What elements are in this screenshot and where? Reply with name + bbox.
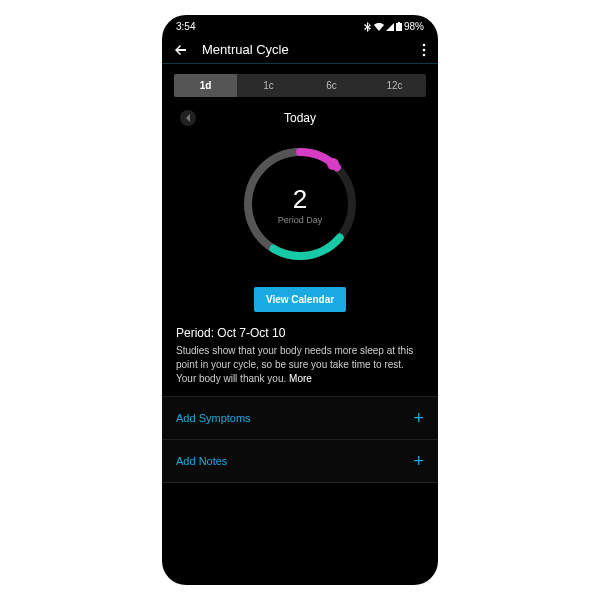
cycle-ring: 2 Period Day — [162, 139, 438, 269]
period-range: Period: Oct 7-Oct 10 — [176, 326, 424, 340]
tab-1c[interactable]: 1c — [237, 74, 300, 97]
status-bar: 3:54 98% — [162, 15, 438, 34]
plus-icon: + — [413, 409, 424, 427]
battery-icon — [396, 22, 402, 31]
ring-center: 2 Period Day — [235, 139, 365, 269]
signal-icon — [386, 23, 394, 31]
add-notes-label: Add Notes — [176, 455, 227, 467]
period-day-number: 2 — [293, 184, 307, 215]
svg-point-4 — [423, 53, 426, 56]
period-description: Studies show that your body needs more s… — [176, 344, 424, 386]
phone-frame: 3:54 98% Mentrual Cycle 1d 1c — [162, 15, 438, 585]
svg-point-3 — [423, 48, 426, 51]
period-day-label: Period Day — [278, 215, 323, 225]
app-bar: Mentrual Cycle — [162, 34, 438, 64]
svg-point-2 — [423, 43, 426, 46]
range-tabs: 1d 1c 6c 12c — [174, 74, 426, 97]
battery-percent: 98% — [404, 21, 424, 32]
status-time: 3:54 — [176, 21, 195, 32]
view-calendar-button[interactable]: View Calendar — [254, 287, 346, 312]
svg-rect-0 — [396, 23, 402, 31]
wifi-icon — [374, 23, 384, 31]
tab-1d[interactable]: 1d — [174, 74, 237, 97]
day-row: Today — [162, 111, 438, 125]
more-link[interactable]: More — [289, 373, 312, 384]
more-icon[interactable] — [422, 43, 426, 57]
add-notes-row[interactable]: Add Notes + — [162, 440, 438, 483]
back-icon[interactable] — [174, 43, 188, 57]
plus-icon: + — [413, 452, 424, 470]
add-symptoms-row[interactable]: Add Symptoms + — [162, 396, 438, 440]
prev-day-button[interactable] — [180, 110, 196, 126]
day-label: Today — [284, 111, 316, 125]
tab-12c[interactable]: 12c — [363, 74, 426, 97]
period-info: Period: Oct 7-Oct 10 Studies show that y… — [162, 312, 438, 396]
page-title: Mentrual Cycle — [202, 42, 422, 57]
svg-rect-1 — [398, 22, 400, 23]
add-symptoms-label: Add Symptoms — [176, 412, 251, 424]
tab-6c[interactable]: 6c — [300, 74, 363, 97]
bluetooth-icon — [364, 22, 372, 32]
status-right: 98% — [364, 21, 424, 32]
